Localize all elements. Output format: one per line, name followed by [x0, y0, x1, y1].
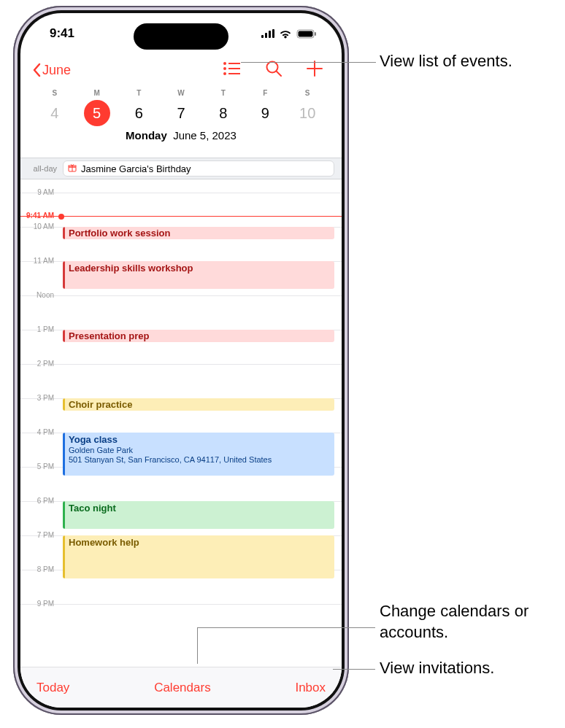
day-number[interactable]: 8 [202, 100, 245, 126]
svg-rect-4 [228, 63, 240, 64]
dynamic-island [134, 23, 228, 50]
search-icon [266, 61, 282, 77]
event-title: Homework help [69, 537, 330, 549]
svg-point-5 [223, 67, 226, 70]
hour-label: 10 AM [20, 222, 58, 231]
weekday-row: S M T W T F S [34, 89, 328, 100]
hour-line: 9 AM [20, 193, 342, 193]
phone-frame: 9:41 June [13, 6, 349, 715]
status-time: 9:41 [50, 26, 74, 41]
hour-line: 2 PM [20, 364, 342, 365]
calendar-event[interactable]: Choir practice [63, 398, 334, 411]
weekday-label: S [286, 89, 328, 100]
list-icon [223, 62, 241, 75]
callout-calendars: Change calendars or accounts. [380, 601, 565, 643]
weekday-label: S [34, 89, 76, 100]
battery-icon [296, 29, 317, 39]
search-button[interactable] [266, 61, 282, 80]
hour-label: 4 PM [20, 428, 58, 436]
calendar-event[interactable]: Homework help [63, 535, 334, 578]
wifi-icon [279, 29, 292, 39]
svg-rect-1 [299, 31, 313, 36]
svg-line-10 [277, 71, 281, 76]
back-label: June [42, 63, 71, 78]
hour-label: 3 PM [20, 394, 58, 402]
hour-label: 9 AM [20, 188, 58, 196]
calendars-button[interactable]: Calendars [154, 681, 211, 695]
callout-line [197, 627, 375, 628]
callout-invitations: View invitations. [380, 658, 494, 679]
selected-date-label: Monday June 5, 2023 [34, 129, 328, 142]
hour-label: Noon [20, 291, 58, 299]
callout-line [241, 62, 376, 63]
event-location: Golden Gate Park [69, 446, 330, 455]
hour-label: 1 PM [20, 325, 58, 333]
hour-line: 9 PM [20, 604, 342, 605]
day-number[interactable]: 9 [245, 100, 287, 126]
inbox-button[interactable]: Inbox [295, 681, 326, 695]
all-day-event-title: Jasmine Garcia's Birthday [81, 163, 191, 174]
event-title: Choir practice [69, 399, 330, 411]
event-title: Leadership skills workshop [69, 263, 330, 274]
calendar-event[interactable]: Yoga classGolden Gate Park501 Stanyan St… [63, 433, 334, 476]
svg-rect-8 [228, 73, 240, 74]
cellular-icon [261, 29, 274, 38]
birthday-icon [68, 163, 77, 174]
hour-label: 9 PM [20, 600, 58, 608]
all-day-event[interactable]: Jasmine Garcia's Birthday [63, 160, 334, 177]
event-title: Portfolio work session [69, 228, 330, 239]
add-event-button[interactable] [307, 61, 323, 80]
status-indicators [261, 29, 317, 39]
day-number[interactable]: 7 [160, 100, 202, 126]
weekday-label: M [76, 89, 118, 100]
calendar-event[interactable]: Portfolio work session [63, 227, 334, 239]
current-time-label: 9:41 AM [20, 212, 57, 220]
svg-rect-6 [228, 68, 240, 69]
svg-point-7 [223, 72, 226, 75]
chevron-left-icon [32, 63, 41, 77]
hour-label: 8 PM [20, 565, 58, 573]
event-address: 501 Stanyan St, San Francisco, CA 94117,… [69, 455, 330, 465]
day-number[interactable]: 6 [118, 100, 160, 126]
svg-point-3 [223, 62, 226, 65]
day-number[interactable]: 10 [286, 100, 328, 126]
weekday-label: T [118, 89, 160, 100]
all-day-row: all-day Jasmine Garcia's Birthday [20, 158, 342, 179]
week-header: S M T W T F S 4 5 6 7 8 9 10 Monday June… [20, 89, 342, 142]
toolbar-actions [223, 61, 323, 80]
weekday-label: W [160, 89, 202, 100]
hour-label: 11 AM [20, 257, 58, 265]
day-number-selected[interactable]: 5 [76, 100, 118, 126]
timeline[interactable]: 9 AM10 AM11 AMNoon1 PM2 PM3 PM4 PM5 PM6 … [20, 179, 342, 667]
current-time-indicator: 9:41 AM [20, 216, 342, 217]
callout-line [197, 627, 198, 664]
day-number[interactable]: 4 [34, 100, 76, 126]
calendar-event[interactable]: Leadership skills workshop [63, 261, 334, 289]
callout-list-events: View list of events. [380, 51, 512, 72]
event-title: Presentation prep [69, 330, 330, 342]
all-day-label: all-day [20, 164, 63, 173]
weekday-label: T [202, 89, 245, 100]
current-time-dot [58, 214, 64, 220]
screen: 9:41 June [20, 13, 342, 708]
event-title: Yoga class [69, 434, 330, 446]
svg-rect-2 [315, 32, 316, 36]
svg-point-9 [267, 62, 278, 73]
today-button[interactable]: Today [36, 681, 69, 695]
hour-label: 5 PM [20, 462, 58, 471]
list-view-button[interactable] [223, 62, 241, 78]
weekday-label: F [245, 89, 287, 100]
event-title: Taco night [69, 503, 330, 514]
calendar-event[interactable]: Presentation prep [63, 330, 334, 342]
plus-icon [307, 61, 323, 77]
day-number-row: 4 5 6 7 8 9 10 [34, 100, 328, 126]
calendar-event[interactable]: Taco night [63, 501, 334, 529]
hour-label: 7 PM [20, 531, 58, 539]
hour-label: 2 PM [20, 360, 58, 368]
hour-line: Noon [20, 295, 342, 296]
hour-grid: 9 AM10 AM11 AMNoon1 PM2 PM3 PM4 PM5 PM6 … [20, 179, 342, 667]
back-button[interactable]: June [32, 63, 71, 78]
nav-bar: June [20, 54, 342, 86]
hour-label: 6 PM [20, 497, 58, 505]
callout-line [333, 669, 375, 670]
